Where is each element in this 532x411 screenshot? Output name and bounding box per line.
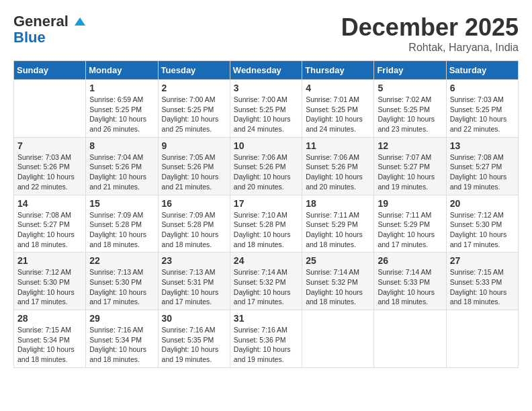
svg-marker-0	[75, 17, 85, 26]
day-info: Sunrise: 7:06 AMSunset: 5:26 PMDaylight:…	[234, 152, 298, 192]
day-number: 12	[378, 140, 442, 151]
day-number: 11	[306, 140, 370, 151]
day-info: Sunrise: 7:00 AMSunset: 5:25 PMDaylight:…	[234, 95, 298, 134]
day-info: Sunrise: 7:05 AMSunset: 5:26 PMDaylight:…	[162, 152, 226, 192]
table-row: 22Sunrise: 7:13 AMSunset: 5:30 PMDayligh…	[86, 253, 158, 310]
day-number: 5	[378, 83, 442, 93]
table-row: 12Sunrise: 7:07 AMSunset: 5:27 PMDayligh…	[374, 137, 446, 195]
day-info: Sunrise: 7:16 AMSunset: 5:35 PMDaylight:…	[162, 325, 226, 365]
day-number: 19	[378, 198, 442, 209]
day-info: Sunrise: 7:10 AMSunset: 5:28 PMDaylight:…	[234, 210, 298, 250]
day-info: Sunrise: 7:11 AMSunset: 5:29 PMDaylight:…	[306, 210, 370, 250]
table-row: 21Sunrise: 7:12 AMSunset: 5:30 PMDayligh…	[14, 253, 86, 310]
table-row	[302, 310, 374, 368]
table-row: 6Sunrise: 7:03 AMSunset: 5:25 PMDaylight…	[446, 80, 518, 138]
header-friday: Friday	[374, 61, 446, 80]
day-info: Sunrise: 7:03 AMSunset: 5:26 PMDaylight:…	[17, 152, 82, 192]
table-row: 9Sunrise: 7:05 AMSunset: 5:26 PMDaylight…	[158, 137, 230, 195]
header-sunday: Sunday	[14, 61, 86, 80]
day-info: Sunrise: 7:08 AMSunset: 5:27 PMDaylight:…	[17, 210, 82, 250]
day-info: Sunrise: 7:01 AMSunset: 5:25 PMDaylight:…	[306, 95, 370, 134]
day-info: Sunrise: 7:13 AMSunset: 5:30 PMDaylight:…	[89, 267, 154, 307]
day-number: 29	[89, 313, 154, 324]
day-number: 7	[17, 140, 82, 151]
day-info: Sunrise: 7:15 AMSunset: 5:33 PMDaylight:…	[450, 267, 515, 307]
table-row: 11Sunrise: 7:06 AMSunset: 5:26 PMDayligh…	[302, 137, 374, 195]
day-number: 2	[162, 83, 226, 93]
title-block: December 2025 Rohtak, Haryana, India	[341, 13, 519, 54]
table-row: 1Sunrise: 6:59 AMSunset: 5:25 PMDaylight…	[86, 80, 158, 138]
calendar-table: Sunday Monday Tuesday Wednesday Thursday…	[13, 60, 519, 368]
table-row: 26Sunrise: 7:14 AMSunset: 5:33 PMDayligh…	[374, 253, 446, 310]
day-info: Sunrise: 7:15 AMSunset: 5:34 PMDaylight:…	[17, 325, 82, 365]
calendar-week-row: 14Sunrise: 7:08 AMSunset: 5:27 PMDayligh…	[14, 195, 519, 253]
table-row	[374, 310, 446, 368]
table-row: 19Sunrise: 7:11 AMSunset: 5:29 PMDayligh…	[374, 195, 446, 253]
day-info: Sunrise: 7:16 AMSunset: 5:36 PMDaylight:…	[234, 325, 298, 365]
table-row: 27Sunrise: 7:15 AMSunset: 5:33 PMDayligh…	[446, 253, 518, 310]
day-number: 22	[89, 255, 154, 266]
table-row: 18Sunrise: 7:11 AMSunset: 5:29 PMDayligh…	[302, 195, 374, 253]
day-info: Sunrise: 7:04 AMSunset: 5:26 PMDaylight:…	[89, 152, 154, 192]
day-info: Sunrise: 7:06 AMSunset: 5:26 PMDaylight:…	[306, 152, 370, 192]
calendar-week-row: 21Sunrise: 7:12 AMSunset: 5:30 PMDayligh…	[14, 253, 519, 310]
table-row: 29Sunrise: 7:16 AMSunset: 5:34 PMDayligh…	[86, 310, 158, 368]
day-number: 28	[17, 313, 82, 324]
day-info: Sunrise: 6:59 AMSunset: 5:25 PMDaylight:…	[89, 95, 154, 134]
day-number: 31	[234, 313, 298, 324]
day-number: 8	[89, 140, 154, 151]
day-number: 23	[162, 255, 226, 266]
header-saturday: Saturday	[446, 61, 518, 80]
day-number: 20	[450, 198, 515, 209]
day-info: Sunrise: 7:02 AMSunset: 5:25 PMDaylight:…	[378, 95, 442, 134]
logo-text: General	[13, 13, 85, 30]
day-info: Sunrise: 7:14 AMSunset: 5:32 PMDaylight:…	[306, 267, 370, 307]
month-title: December 2025	[341, 13, 519, 42]
day-number: 1	[89, 83, 154, 93]
logo-bird-icon	[73, 16, 85, 28]
header-wednesday: Wednesday	[230, 61, 302, 80]
day-info: Sunrise: 7:09 AMSunset: 5:28 PMDaylight:…	[162, 210, 226, 250]
day-info: Sunrise: 7:08 AMSunset: 5:27 PMDaylight:…	[450, 152, 515, 192]
day-number: 3	[234, 83, 298, 93]
day-number: 26	[378, 255, 442, 266]
day-number: 21	[17, 255, 82, 266]
table-row: 2Sunrise: 7:00 AMSunset: 5:25 PMDaylight…	[158, 80, 230, 138]
day-number: 13	[450, 140, 515, 151]
day-number: 4	[306, 83, 370, 93]
logo-blue-text: Blue	[13, 30, 85, 46]
day-number: 27	[450, 255, 515, 266]
header-monday: Monday	[86, 61, 158, 80]
table-row: 28Sunrise: 7:15 AMSunset: 5:34 PMDayligh…	[14, 310, 86, 368]
table-row	[14, 80, 86, 138]
header-tuesday: Tuesday	[158, 61, 230, 80]
day-number: 15	[89, 198, 154, 209]
day-info: Sunrise: 7:13 AMSunset: 5:31 PMDaylight:…	[162, 267, 226, 307]
page-header: General Blue December 2025 Rohtak, Harya…	[13, 13, 519, 54]
table-row: 8Sunrise: 7:04 AMSunset: 5:26 PMDaylight…	[86, 137, 158, 195]
day-number: 9	[162, 140, 226, 151]
calendar-week-row: 28Sunrise: 7:15 AMSunset: 5:34 PMDayligh…	[14, 310, 519, 368]
day-number: 16	[162, 198, 226, 209]
table-row: 14Sunrise: 7:08 AMSunset: 5:27 PMDayligh…	[14, 195, 86, 253]
table-row: 7Sunrise: 7:03 AMSunset: 5:26 PMDaylight…	[14, 137, 86, 195]
table-row: 3Sunrise: 7:00 AMSunset: 5:25 PMDaylight…	[230, 80, 302, 138]
calendar-week-row: 1Sunrise: 6:59 AMSunset: 5:25 PMDaylight…	[14, 80, 519, 138]
day-number: 6	[450, 83, 515, 93]
location: Rohtak, Haryana, India	[341, 42, 519, 54]
day-info: Sunrise: 7:14 AMSunset: 5:32 PMDaylight:…	[234, 267, 298, 307]
day-info: Sunrise: 7:00 AMSunset: 5:25 PMDaylight:…	[162, 95, 226, 134]
day-number: 18	[306, 198, 370, 209]
day-number: 30	[162, 313, 226, 324]
logo: General Blue	[13, 13, 85, 46]
day-info: Sunrise: 7:14 AMSunset: 5:33 PMDaylight:…	[378, 267, 442, 307]
table-row: 15Sunrise: 7:09 AMSunset: 5:28 PMDayligh…	[86, 195, 158, 253]
table-row: 23Sunrise: 7:13 AMSunset: 5:31 PMDayligh…	[158, 253, 230, 310]
day-number: 24	[234, 255, 298, 266]
table-row: 4Sunrise: 7:01 AMSunset: 5:25 PMDaylight…	[302, 80, 374, 138]
calendar-header-row: Sunday Monday Tuesday Wednesday Thursday…	[14, 61, 519, 80]
table-row: 17Sunrise: 7:10 AMSunset: 5:28 PMDayligh…	[230, 195, 302, 253]
table-row: 20Sunrise: 7:12 AMSunset: 5:30 PMDayligh…	[446, 195, 518, 253]
day-info: Sunrise: 7:12 AMSunset: 5:30 PMDaylight:…	[17, 267, 82, 307]
calendar-week-row: 7Sunrise: 7:03 AMSunset: 5:26 PMDaylight…	[14, 137, 519, 195]
